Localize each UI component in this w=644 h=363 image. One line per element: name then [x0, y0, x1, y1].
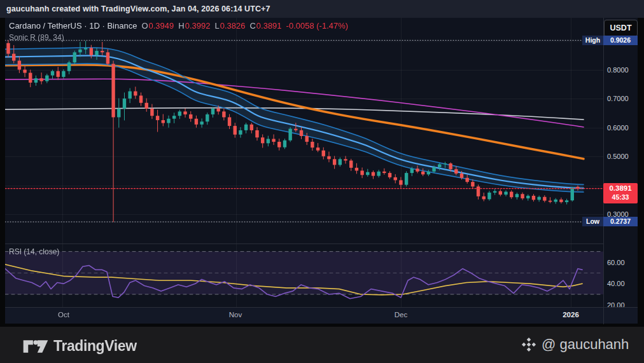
author-handle-text: @ gaucuhanh	[542, 336, 629, 353]
ohlc-pair: H0.3992	[178, 21, 210, 31]
ohlc-values: O0.3949H0.3992L0.3826C0.3891	[141, 21, 281, 31]
author-handle: @ gaucuhanh	[521, 336, 629, 353]
symbol-legend: Cardano / TetherUS · 1D · Binance O0.394…	[9, 21, 348, 31]
time-label-dec: Dec	[395, 311, 407, 318]
price-scale-label: 0.5000	[607, 152, 629, 161]
high-value-badge: 0.9026	[603, 36, 638, 45]
currency-toggle-button[interactable]: USDT	[604, 20, 638, 37]
tradingview-wordmark: TradingView	[53, 338, 137, 355]
indicator-legend-rsi: RSI (14, close)	[9, 247, 59, 256]
high-label-chip: High	[582, 36, 603, 45]
last-price-value: 0.3891	[603, 183, 638, 193]
binance-icon	[521, 336, 537, 353]
price-scale-label: 0.8000	[607, 65, 629, 74]
tradingview-logo-icon	[23, 338, 48, 355]
price-scale-label: 0.6000	[607, 123, 629, 132]
axis-corner-divider	[603, 308, 604, 324]
attribution-text: gaucuhanh created with TradingView.com, …	[0, 0, 644, 18]
low-value-badge: 0.2737	[603, 217, 638, 226]
time-label-oct: Oct	[58, 311, 69, 318]
low-label-chip: Low	[582, 217, 603, 226]
price-chart-canvas[interactable]	[5, 18, 603, 243]
candle-countdown: 45:33	[603, 193, 638, 202]
change-value: -0.0058 (-1.47%)	[286, 21, 349, 31]
ohlc-pair: O0.3949	[141, 21, 174, 31]
rsi-scale-label: 60.00	[607, 258, 625, 267]
rsi-chart-canvas[interactable]	[5, 244, 603, 307]
tradingview-brand[interactable]: TradingView	[23, 338, 137, 355]
last-price-badge: 0.3891 45:33	[603, 183, 638, 203]
price-scale-label: 0.7000	[607, 94, 629, 103]
attribution-bar: gaucuhanh created with TradingView.com, …	[0, 0, 644, 18]
rsi-scale-label: 40.00	[607, 279, 625, 288]
time-label-nov: Nov	[229, 311, 242, 318]
time-axis[interactable]	[5, 307, 638, 324]
time-label-2026: 2026	[563, 311, 579, 318]
symbol-title: Cardano / TetherUS · 1D · Binance	[9, 21, 137, 31]
indicator-legend-sonicr: Sonic R (89, 34)	[9, 33, 64, 42]
ohlc-pair: C0.3891	[249, 21, 281, 31]
ohlc-pair: L0.3826	[214, 21, 245, 31]
pane-separator[interactable]	[5, 243, 638, 244]
